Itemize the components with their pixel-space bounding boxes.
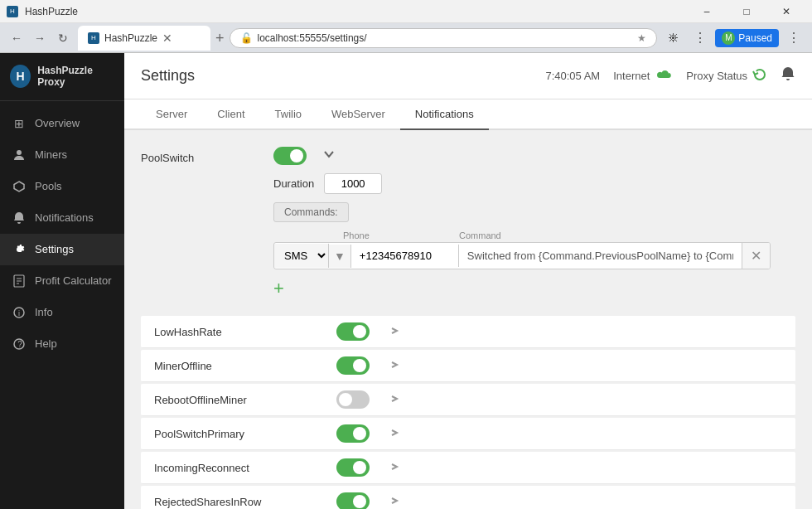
extensions-icon[interactable]: ⛯ [662, 27, 685, 50]
pool-switch-details: Duration Commands: Phone Command SMS ▼ [273, 173, 795, 299]
incoming-reconnect-expand[interactable] [389, 460, 399, 475]
sidebar-item-overview[interactable]: ⊞ Overview [0, 108, 124, 139]
sidebar-item-notifications[interactable]: Notifications [0, 202, 124, 234]
sidebar-item-pools[interactable]: Pools [0, 171, 124, 202]
sidebar-label-profit-calculator: Profit Calculator [35, 274, 111, 287]
close-button[interactable]: ✕ [767, 0, 805, 23]
paused-button[interactable]: M Paused [715, 29, 779, 47]
sms-delete-button[interactable]: ✕ [742, 243, 770, 269]
sidebar-label-notifications: Notifications [35, 211, 94, 224]
sidebar-label-pools: Pools [35, 180, 62, 192]
list-item: IncomingReconnect [141, 452, 795, 484]
sidebar-label-settings: Settings [35, 243, 74, 255]
miner-offline-label: MinerOffline [154, 360, 336, 372]
add-sms-button[interactable]: + [273, 278, 795, 299]
miner-offline-expand[interactable] [389, 358, 399, 373]
tab-notifications[interactable]: Notifications [400, 99, 489, 130]
proxy-refresh-icon[interactable] [752, 67, 767, 85]
select-chevron-icon: ▼ [329, 245, 351, 268]
sidebar-label-miners: Miners [35, 148, 67, 161]
svg-text:?: ? [17, 340, 22, 349]
profit-calculator-icon [12, 274, 27, 288]
incoming-reconnect-label: IncomingReconnect [154, 462, 336, 474]
help-icon: ? [12, 337, 27, 351]
low-hash-rate-label: LowHashRate [154, 326, 336, 338]
overview-icon: ⊞ [12, 116, 27, 131]
settings-icon[interactable]: ⋮ [689, 27, 712, 50]
address-bar[interactable]: 🔓 localhost:55555/settings/ ★ [230, 28, 658, 48]
time-display: 7:40:05 AM [545, 70, 600, 82]
title-bar: H HashPuzzle – □ ✕ [0, 0, 812, 23]
reboot-offline-miner-label: RebootOfflineMiner [154, 394, 336, 406]
browser-toolbar: ← → ↻ H HashPuzzle ✕ + 🔓 localhost:55555… [0, 23, 812, 53]
menu-icon[interactable]: ⋮ [782, 27, 805, 50]
low-hash-rate-toggle[interactable] [336, 322, 370, 341]
pool-switch-primary-toggle[interactable] [336, 424, 370, 443]
sidebar-item-miners[interactable]: Miners [0, 139, 124, 171]
reboot-offline-miner-expand[interactable] [389, 392, 399, 407]
cloud-icon [653, 67, 673, 85]
miner-offline-toggle[interactable] [336, 356, 370, 375]
logo-text: HashPuzzle Proxy [37, 65, 114, 89]
star-icon[interactable]: ★ [637, 32, 646, 44]
lock-icon: 🔓 [240, 32, 253, 44]
sidebar: H HashPuzzle Proxy ⊞ Overview Miners Poo… [0, 53, 124, 509]
reload-button[interactable]: ↻ [53, 28, 73, 48]
sidebar-item-help[interactable]: ? Help [0, 328, 124, 360]
list-item: RebootOfflineMiner [141, 384, 795, 416]
internet-label: Internet [613, 70, 650, 82]
window-title: HashPuzzle [25, 6, 78, 17]
duration-input[interactable] [324, 173, 382, 194]
list-item: MinerOffline [141, 350, 795, 382]
new-tab-button[interactable]: + [215, 31, 225, 46]
rejected-shares-in-row-expand[interactable] [389, 494, 399, 509]
rejected-shares-in-row-toggle[interactable] [336, 492, 370, 509]
logo-icon: H [10, 65, 31, 88]
sidebar-item-profit-calculator[interactable]: Profit Calculator [0, 265, 124, 297]
incoming-reconnect-toggle[interactable] [336, 458, 370, 477]
list-item: PoolSwitchPrimary [141, 418, 795, 450]
maximize-button[interactable]: □ [727, 0, 766, 23]
reboot-offline-miner-toggle[interactable] [336, 390, 370, 409]
pools-icon [12, 179, 27, 194]
low-hash-rate-expand[interactable] [389, 324, 399, 339]
notification-items-list: LowHashRate MinerOffline [141, 316, 795, 509]
tab-client[interactable]: Client [202, 99, 259, 130]
pool-switch-toggle[interactable] [273, 147, 307, 165]
sms-table-header: Phone Command [273, 230, 771, 240]
window-controls: – □ ✕ [688, 0, 805, 23]
page-header: Settings 7:40:05 AM Internet Proxy Statu… [124, 53, 812, 99]
back-button[interactable]: ← [7, 28, 27, 48]
commands-button[interactable]: Commands: [273, 202, 349, 222]
pool-switch-primary-expand[interactable] [389, 426, 399, 441]
forward-button[interactable]: → [30, 28, 50, 48]
sms-row: SMS ▼ ✕ [273, 242, 771, 269]
sidebar-label-help: Help [35, 337, 57, 350]
sms-type-select[interactable]: SMS [274, 244, 329, 268]
command-col-header: Command [459, 230, 501, 240]
internet-status: Internet [613, 67, 673, 85]
sidebar-item-info[interactable]: i Info [0, 297, 124, 328]
paused-label: Paused [738, 32, 772, 44]
miners-icon [12, 148, 27, 162]
tab-close-icon[interactable]: ✕ [162, 32, 172, 45]
duration-label: Duration [273, 177, 314, 190]
tab-twilio[interactable]: Twilio [260, 99, 317, 130]
sidebar-item-settings[interactable]: Settings [0, 234, 124, 265]
phone-input[interactable] [351, 245, 459, 267]
minimize-button[interactable]: – [688, 0, 726, 23]
app-favicon: H [7, 6, 18, 17]
tab-server[interactable]: Server [141, 99, 202, 130]
tab-favicon: H [88, 32, 99, 44]
sidebar-label-info: Info [35, 306, 53, 318]
content-area: PoolSwitch Duration [124, 130, 812, 509]
command-input[interactable] [459, 245, 742, 267]
info-icon: i [12, 305, 27, 320]
tab-webserver[interactable]: WebServer [317, 99, 400, 130]
page-title: Settings [141, 67, 195, 85]
bell-icon[interactable] [781, 66, 795, 85]
pool-switch-expand[interactable] [323, 147, 335, 163]
pool-switch-section: PoolSwitch [141, 147, 795, 165]
browser-tab[interactable]: H HashPuzzle ✕ [78, 26, 210, 51]
rejected-shares-in-row-label: RejectedSharesInRow [154, 496, 336, 508]
